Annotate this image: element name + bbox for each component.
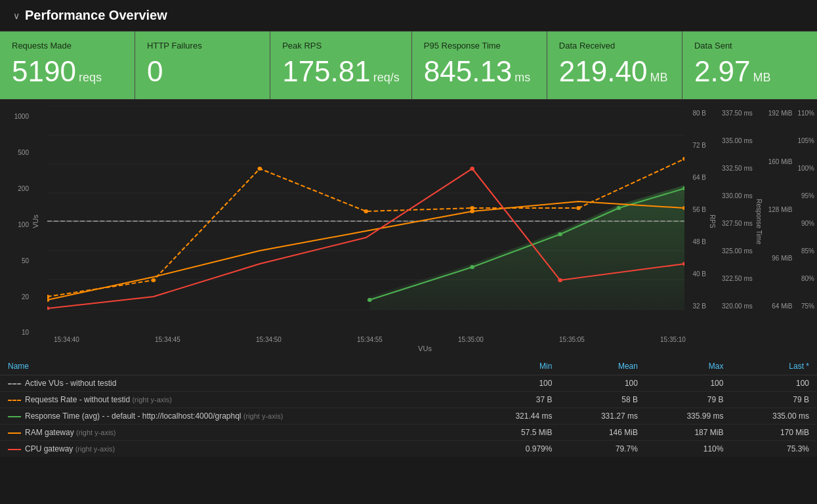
metric-label: Requests Made [12,41,123,51]
y-axis-pct-tick: 105% [797,137,814,144]
svg-point-25 [470,265,474,269]
legend-row: RAM gateway (right y-axis) 57.5 MiB 146 … [0,425,817,441]
y-axis-vus-tick: 100 [18,221,29,228]
y-axis-dr-tick: 160 MiB [768,158,793,165]
y-axis-rps-tick: 64 B [692,174,706,181]
x-axis-tick: 15:34:50 [256,336,282,343]
y-axis-rt-tick: 325.00 ms [722,247,753,255]
metric-label: HTTP Failures [147,41,258,51]
legend-table: Name Min Mean Max Last * Active VUs - wi… [0,358,817,457]
metric-unit: ms [514,71,530,84]
legend-mean: 79.7% [560,441,646,457]
metric-value: 175.81req/s [282,56,400,87]
y-axis-vus-tick: 10 [22,329,29,336]
x-axis-tick: 15:34:45 [155,336,180,343]
y-axis-rps-tick: 40 B [692,270,706,278]
svg-point-12 [257,167,262,171]
y-axis-rt-tick: 327.50 ms [722,220,753,227]
y-axis-rps-tick: 56 B [692,206,706,213]
legend-mean: 331.27 ms [560,408,646,425]
series-line-indicator [8,432,21,434]
y-axis-vus-tick: 1000 [14,113,29,120]
legend-mean: 100 [560,375,646,392]
y-axis-rps-tick: 32 B [692,303,706,310]
metric-value: 0 [147,56,258,87]
svg-point-22 [558,278,562,282]
legend-min: 37 B [474,392,560,408]
legend-max: 335.99 ms [646,408,732,425]
col-mean: Mean [560,358,646,375]
metric-value: 2.97MB [694,56,805,87]
y-axis-dr-tick: 192 MiB [768,110,793,117]
y-axis-pct-tick: 100% [797,165,814,172]
y-axis-pct-tick: 85% [797,247,814,255]
series-line-indicator [8,416,21,417]
svg-point-21 [470,167,474,171]
legend-last: 75.3% [731,441,817,457]
y-axis-dr-tick: 96 MiB [768,255,793,262]
collapse-chevron[interactable]: ∨ [13,10,20,21]
legend-max: 79 B [646,392,732,408]
y-axis-rt-tick: 337.50 ms [722,110,753,117]
svg-point-13 [364,209,368,213]
chart-area [47,106,684,336]
legend-max: 187 MiB [646,425,732,441]
legend-name: Response Time (avg) - - default - http:/… [0,408,474,425]
legend-name: CPU gateway (right y-axis) [0,441,474,457]
y-axis-pct-tick: 110% [797,110,814,117]
y-axis-rps-tick: 48 B [692,238,706,245]
y-axis-pct-tick: 90% [797,220,814,227]
metric-label: Peak RPS [282,41,400,51]
svg-point-27 [617,206,621,210]
metrics-row: Requests Made 5190reqs HTTP Failures 0 P… [0,31,817,100]
metric-unit: MB [753,71,771,84]
response-time-axis-label: Response Time [755,199,763,244]
x-axis-tick: 15:35:05 [559,336,585,343]
y-axis-pct-tick: 80% [797,275,814,282]
legend-name: Active VUs - without testid [0,375,474,392]
legend-row: Requests Rate - without testid (right y-… [0,392,817,408]
y-axis-dr-tick: 64 MiB [768,303,793,310]
col-last: Last * [731,358,817,375]
metric-unit: reqs [79,71,102,84]
svg-point-26 [558,232,562,236]
col-min: Min [474,358,560,375]
metric-unit: MB [650,71,667,84]
x-axis-tick: 15:35:00 [458,336,484,343]
legend-last: 170 MiB [731,425,817,441]
page-title: Performance Overview [25,8,167,23]
svg-point-11 [152,278,156,282]
rps-axis-label: RPS [709,215,716,228]
y-axis-response-time: 337.50 ms335.00 ms332.50 ms330.00 ms327.… [719,106,755,310]
y-axis-pct-tick: 95% [797,192,814,200]
y-axis-vus-label: VUs [31,215,39,228]
legend-last: 100 [731,375,817,392]
x-axis-tick: 15:34:55 [357,336,383,343]
y-axis-percent: 110%105%100%95%90%85%80%75% [795,106,817,310]
y-axis-rps: 80 B72 B64 B56 B48 B40 B32 B [690,106,709,310]
svg-point-16 [682,157,684,161]
metric-label: Data Received [559,41,670,51]
legend-name: Requests Rate - without testid (right y-… [0,392,474,408]
y-axis-vus-tick: 500 [18,149,29,156]
x-axis-tick: 15:35:10 [660,336,686,343]
legend-max: 110% [646,441,732,457]
col-name: Name [0,358,474,375]
metric-value: 5190reqs [12,56,123,87]
metric-card: HTTP Failures 0 [135,32,270,99]
series-line-indicator [8,400,21,401]
chart-section: 1000500200100502010 VUs [0,100,817,457]
metric-card: Peak RPS 175.81req/s [270,32,412,99]
y-axis-pct-tick: 75% [797,303,814,310]
legend-row: Response Time (avg) - - default - http:/… [0,408,817,425]
metric-card: P95 Response Time 845.13ms [412,32,547,99]
col-max: Max [646,358,732,375]
y-axis-data-received: 192 MiB160 MiB128 MiB96 MiB64 MiB [766,106,795,310]
svg-point-24 [367,298,372,302]
y-axis-rps-tick: 80 B [692,110,706,117]
y-axis-vus: 1000500200100502010 [14,113,31,336]
metric-label: P95 Response Time [424,41,535,51]
legend-row: CPU gateway (right y-axis) 0.979% 79.7% … [0,441,817,457]
legend-mean: 146 MiB [560,425,646,441]
y-axis-rt-tick: 330.00 ms [722,192,753,200]
